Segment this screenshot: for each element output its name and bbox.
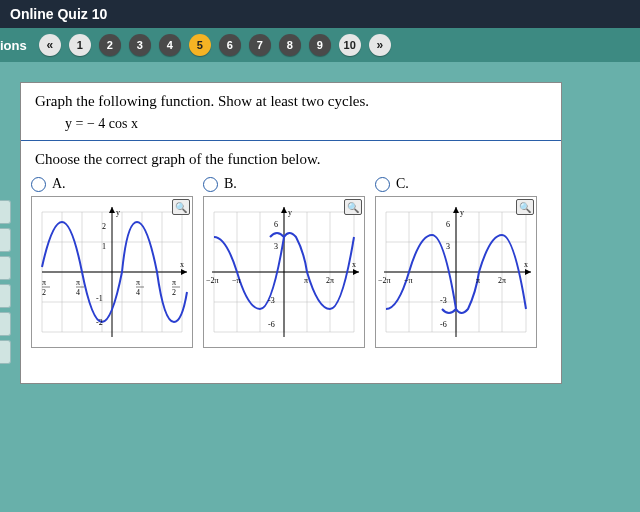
svg-text:3: 3 [446,242,450,251]
svg-text:x: x [524,260,528,269]
question-panel: Graph the following function. Show at le… [20,82,562,384]
graph-a-ylabel: y [116,208,120,217]
options-row: A. 🔍 [21,176,561,362]
svg-text:π: π [76,278,80,287]
side-tab-6[interactable] [0,340,11,364]
svg-text:−π: −π [232,276,241,285]
nav-section-label: ions [0,38,27,53]
svg-text:-1: -1 [96,294,103,303]
window-title: Online Quiz 10 [0,0,640,28]
option-a-label: A. [52,176,66,192]
nav-q7[interactable]: 7 [249,34,271,56]
nav-q4[interactable]: 4 [159,34,181,56]
option-c: C. 🔍 [375,176,537,348]
question-header: Graph the following function. Show at le… [21,83,561,141]
side-tab-4[interactable] [0,284,11,308]
svg-text:π: π [172,278,176,287]
svg-marker-15 [181,269,187,275]
svg-marker-16 [109,207,115,213]
svg-marker-47 [353,269,359,275]
graph-c[interactable]: 🔍 [375,196,537,348]
choose-text: Choose the correct graph of the function… [21,141,561,176]
svg-text:-2: -2 [96,318,103,327]
svg-text:-3: -3 [440,296,447,305]
side-tabs [0,200,11,368]
nav-prev-button[interactable]: « [39,34,61,56]
nav-next-button[interactable]: » [369,34,391,56]
svg-text:x: x [352,260,356,269]
question-prompt: Graph the following function. Show at le… [35,93,547,110]
radio-a[interactable] [31,177,46,192]
svg-text:2π: 2π [498,276,506,285]
svg-text:π: π [304,276,308,285]
nav-q6[interactable]: 6 [219,34,241,56]
radio-c[interactable] [375,177,390,192]
svg-text:3: 3 [274,242,278,251]
option-b-label: B. [224,176,237,192]
zoom-icon[interactable]: 🔍 [172,199,190,215]
side-tab-3[interactable] [0,256,11,280]
nav-q5[interactable]: 5 [189,34,211,56]
svg-text:6: 6 [446,220,450,229]
svg-text:π: π [476,276,480,285]
graph-a-xlabel: x [180,260,184,269]
svg-text:-6: -6 [440,320,447,329]
radio-b[interactable] [203,177,218,192]
svg-text:2π: 2π [326,276,334,285]
question-equation: y = − 4 cos x [35,110,547,132]
nav-q1[interactable]: 1 [69,34,91,56]
zoom-icon[interactable]: 🔍 [344,199,362,215]
svg-text:1: 1 [102,242,106,251]
option-a: A. 🔍 [31,176,193,348]
side-tab-2[interactable] [0,228,11,252]
zoom-icon[interactable]: 🔍 [516,199,534,215]
svg-text:4: 4 [76,288,80,297]
svg-text:-6: -6 [268,320,275,329]
question-nav: ions « 1 2 3 4 5 6 7 8 9 10 » [0,28,640,62]
svg-marker-74 [453,207,459,213]
nav-q10[interactable]: 10 [339,34,361,56]
side-tab-1[interactable] [0,200,11,224]
svg-text:−2π: −2π [378,276,391,285]
svg-text:2: 2 [42,288,46,297]
nav-q2[interactable]: 2 [99,34,121,56]
svg-text:2: 2 [172,288,176,297]
side-tab-5[interactable] [0,312,11,336]
option-c-label: C. [396,176,409,192]
graph-a[interactable]: 🔍 [31,196,193,348]
svg-marker-73 [525,269,531,275]
svg-text:6: 6 [274,220,278,229]
svg-text:π: π [136,278,140,287]
nav-q9[interactable]: 9 [309,34,331,56]
option-b: B. 🔍 [203,176,365,348]
svg-text:−2π: −2π [206,276,219,285]
svg-text:y: y [288,208,292,217]
content-area: Graph the following function. Show at le… [0,62,640,512]
svg-text:2: 2 [102,222,106,231]
nav-q8[interactable]: 8 [279,34,301,56]
nav-q3[interactable]: 3 [129,34,151,56]
graph-b[interactable]: 🔍 [203,196,365,348]
svg-text:π: π [42,278,46,287]
svg-text:4: 4 [136,288,140,297]
svg-text:-3: -3 [268,296,275,305]
svg-text:y: y [460,208,464,217]
svg-marker-48 [281,207,287,213]
svg-text:−π: −π [404,276,413,285]
